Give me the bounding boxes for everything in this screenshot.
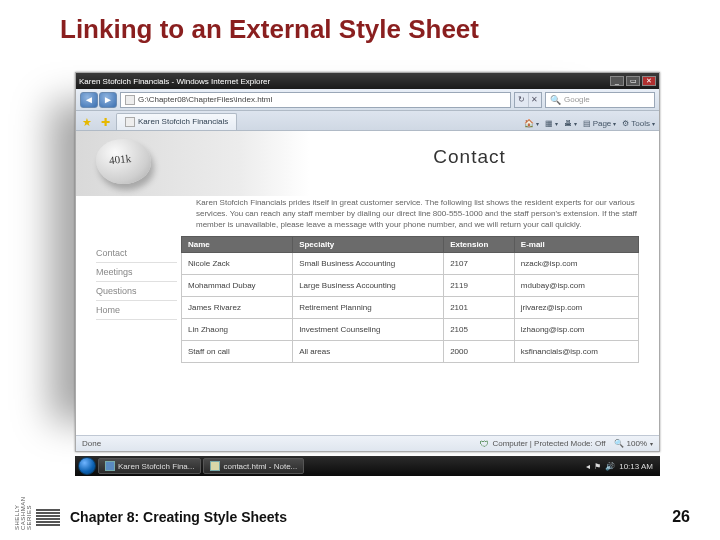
page-number: 26 — [672, 508, 690, 526]
refresh-stop-buttons: ↻ ✕ — [514, 92, 542, 108]
cell: Staff on call — [182, 341, 293, 363]
browser-window: Karen Stofcich Financials - Windows Inte… — [75, 72, 660, 452]
table-row: James Rivarez Retirement Planning 2101 j… — [182, 297, 639, 319]
tab-favicon — [125, 117, 135, 127]
feeds-tool[interactable]: ▦ ▾ — [545, 119, 558, 128]
address-field[interactable]: G:\Chapter08\ChapterFiles\index.html — [120, 92, 511, 108]
chapter-label: Chapter 8: Creating Style Sheets — [70, 509, 287, 525]
status-zoom[interactable]: 🔍 100% ▾ — [614, 439, 653, 448]
cell: jrivarez@isp.com — [514, 297, 638, 319]
clock: 10:13 AM — [619, 462, 653, 471]
table-row: Lin Zhaong Investment Counseling 2105 lz… — [182, 319, 639, 341]
search-placeholder: Google — [564, 93, 590, 107]
shield-icon: 🛡 — [480, 439, 489, 449]
window-titlebar: Karen Stofcich Financials - Windows Inte… — [76, 73, 659, 89]
cell: Lin Zhaong — [182, 319, 293, 341]
status-done: Done — [82, 439, 101, 448]
taskbar-item-ie[interactable]: Karen Stofcich Fina... — [98, 458, 201, 474]
page-heading: Contact — [280, 146, 659, 168]
taskbar-item-notepad[interactable]: contact.html - Note... — [203, 458, 304, 474]
nav-questions[interactable]: Questions — [96, 282, 177, 301]
cell: Retirement Planning — [293, 297, 444, 319]
status-bar: Done 🛡 Computer | Protected Mode: Off 🔍 … — [76, 435, 659, 451]
browser-tab[interactable]: Karen Stofcich Financials — [116, 113, 237, 130]
series-logo-text: SHELLY CASHMAN SERIES — [14, 504, 32, 530]
side-nav: Contact Meetings Questions Home — [86, 236, 181, 363]
tray-icon[interactable]: ◂ — [586, 462, 590, 471]
th-specialty: Specialty — [293, 237, 444, 253]
stop-button[interactable]: ✕ — [529, 93, 542, 107]
taskbar-label: contact.html - Note... — [223, 462, 297, 471]
address-bar: ◄ ► G:\Chapter08\ChapterFiles\index.html… — [76, 89, 659, 111]
cell: 2107 — [444, 253, 515, 275]
window-title-text: Karen Stofcich Financials - Windows Inte… — [79, 77, 270, 86]
zoom-icon: 🔍 — [614, 439, 624, 448]
tray-icon[interactable]: ⚑ — [594, 462, 601, 471]
slide-title: Linking to an External Style Sheet — [0, 0, 720, 45]
notepad-icon — [210, 461, 220, 471]
cell: Small Business Accounting — [293, 253, 444, 275]
cell: Mohammad Dubay — [182, 275, 293, 297]
cell: Investment Counseling — [293, 319, 444, 341]
nav-home[interactable]: Home — [96, 301, 177, 320]
cell: James Rivarez — [182, 297, 293, 319]
ie-icon — [105, 461, 115, 471]
add-favorites-button[interactable]: ✚ — [98, 116, 112, 130]
intro-paragraph: Karen Stofcich Financials prides itself … — [76, 196, 659, 236]
nav-buttons: ◄ ► — [80, 92, 117, 108]
th-email: E-mail — [514, 237, 638, 253]
home-tool[interactable]: 🏠 ▾ — [524, 119, 539, 128]
cell: nzack@isp.com — [514, 253, 638, 275]
nav-contact[interactable]: Contact — [96, 244, 177, 263]
nav-meetings[interactable]: Meetings — [96, 263, 177, 282]
page-content: 401k Contact Karen Stofcich Financials p… — [76, 131, 659, 435]
address-text: G:\Chapter08\ChapterFiles\index.html — [138, 93, 272, 107]
cell: Nicole Zack — [182, 253, 293, 275]
command-bar: 🏠 ▾ ▦ ▾ 🖶 ▾ ▤ Page ▾ ⚙ Tools ▾ — [524, 119, 655, 130]
print-tool[interactable]: 🖶 ▾ — [564, 119, 577, 128]
minimize-button[interactable]: _ — [610, 76, 624, 86]
series-logo-icon — [36, 509, 60, 526]
cell: ksfinancials@isp.com — [514, 341, 638, 363]
search-icon: 🔍 — [550, 93, 561, 107]
status-zoom-text: 100% — [627, 439, 647, 448]
table-row: Staff on call All areas 2000 ksfinancial… — [182, 341, 639, 363]
th-name: Name — [182, 237, 293, 253]
table-row: Nicole Zack Small Business Accounting 21… — [182, 253, 639, 275]
page-icon — [125, 95, 135, 105]
search-field[interactable]: 🔍 Google — [545, 92, 655, 108]
cell: mdubay@isp.com — [514, 275, 638, 297]
slide-footer: SHELLY CASHMAN SERIES Chapter 8: Creatin… — [0, 504, 720, 530]
cell: lzhaong@isp.com — [514, 319, 638, 341]
taskbar-label: Karen Stofcich Fina... — [118, 462, 194, 471]
window-buttons: _ ▭ ✕ — [610, 76, 656, 86]
cell: All areas — [293, 341, 444, 363]
favorites-button[interactable]: ★ — [80, 116, 94, 130]
th-extension: Extension — [444, 237, 515, 253]
refresh-button[interactable]: ↻ — [515, 93, 529, 107]
table-row: Mohammad Dubay Large Business Accounting… — [182, 275, 639, 297]
tab-label: Karen Stofcich Financials — [138, 114, 228, 130]
cell: 2101 — [444, 297, 515, 319]
system-tray: ◂ ⚑ 🔊 10:13 AM — [586, 462, 657, 471]
cell: Large Business Accounting — [293, 275, 444, 297]
contact-table-wrap: Name Specialty Extension E-mail Nicole Z… — [181, 236, 649, 363]
start-button[interactable] — [78, 457, 96, 475]
page-tool[interactable]: ▤ Page ▾ — [583, 119, 617, 128]
stone-label: 401k — [108, 152, 131, 166]
cell: 2119 — [444, 275, 515, 297]
cell: 2000 — [444, 341, 515, 363]
table-header-row: Name Specialty Extension E-mail — [182, 237, 639, 253]
tray-icon[interactable]: 🔊 — [605, 462, 615, 471]
tools-tool[interactable]: ⚙ Tools ▾ — [622, 119, 655, 128]
status-zone-text: Computer | Protected Mode: Off — [492, 439, 605, 448]
forward-button[interactable]: ► — [99, 92, 117, 108]
back-button[interactable]: ◄ — [80, 92, 98, 108]
hero-banner: 401k Contact — [76, 131, 659, 196]
maximize-button[interactable]: ▭ — [626, 76, 640, 86]
tab-bar: ★ ✚ Karen Stofcich Financials 🏠 ▾ ▦ ▾ 🖶 … — [76, 111, 659, 131]
close-button[interactable]: ✕ — [642, 76, 656, 86]
status-zone: 🛡 Computer | Protected Mode: Off — [480, 439, 605, 449]
windows-taskbar: Karen Stofcich Fina... contact.html - No… — [75, 456, 660, 476]
cell: 2105 — [444, 319, 515, 341]
